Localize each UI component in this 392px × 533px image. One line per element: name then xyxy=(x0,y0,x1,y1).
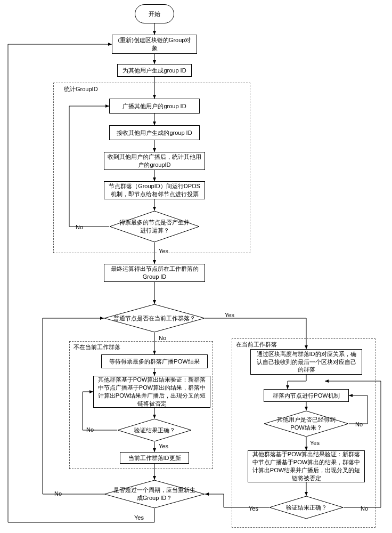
edge-no-mostvotes: No xyxy=(75,224,84,230)
pow-in-group-text: 群落内节点进行POW机制 xyxy=(273,392,339,400)
verify-correct-left-decision: 验证结果正确？ xyxy=(117,418,192,442)
verify-left: 其他群落基于POW算出结果验证：新群落中节点广播基于POW算出的结果，群落中计算… xyxy=(93,376,210,408)
wait-pow-text: 等待得票最多的群落广播POW结果 xyxy=(109,358,199,366)
group-not-in-current-label: 不在当前工作群落 xyxy=(74,343,120,351)
gen-group-id: 为其他用户生成group ID xyxy=(117,64,192,77)
update-group-id: 当前工作群落ID更新 xyxy=(120,452,189,464)
over-period-text: 是否超过一个周期，应当重新生成Group ID？ xyxy=(107,486,202,502)
receive-other: 接收其他用户生成的group ID xyxy=(109,125,200,140)
calc-out: 最终运算得出节点所在工作群落的Group ID xyxy=(104,264,205,282)
most-votes-decision: 得票最多的节点是否产生并进行运算？ xyxy=(109,211,200,243)
verify-correct-right-decision: 验证结果正确？ xyxy=(269,496,344,519)
pow-in-group: 群落内节点进行POW机制 xyxy=(264,389,349,402)
start-node: 开始 xyxy=(135,4,174,23)
edge-no-incurrent: No xyxy=(158,335,167,341)
confirm-block: 通过区块高度与群落ID的对应关系，确认自己接收到的最后一个区块对应自己的群落 xyxy=(250,349,362,375)
verify-right: 其他群落基于POW算出结果验证：新群落中节点广播基于POW算出的结果，群落中计算… xyxy=(248,450,365,482)
edge-yes-incurrent: Yes xyxy=(224,312,235,318)
wait-pow: 等待得票最多的群落广播POW结果 xyxy=(101,354,208,368)
receive-other-text: 接收其他用户生成的group ID xyxy=(117,129,192,137)
edge-no-othersgot: No xyxy=(354,421,364,427)
others-got-pow-text: 其他用户是否已经得到POW结果？ xyxy=(267,416,346,432)
group-in-current-label: 在当前工作群落 xyxy=(236,341,277,349)
others-got-pow-decision: 其他用户是否已经得到POW结果？ xyxy=(264,410,349,437)
broadcast-other-text: 广播其他用户的group ID xyxy=(123,102,186,110)
update-group-id-text: 当前工作群落ID更新 xyxy=(128,454,181,462)
recreate-group-obj-text: (重新)创建区块链的Group对象 xyxy=(116,36,193,52)
edge-yes-mostvotes: Yes xyxy=(158,248,169,254)
verify-right-text: 其他群落基于POW算出结果验证：新群落中节点广播基于POW算出的结果，群落中计算… xyxy=(251,450,361,482)
edge-yes-overperiod: Yes xyxy=(133,514,145,521)
dpos-text: 节点群落（GroupID）间运行DPOS机制，即节点给相邻节点进行投票 xyxy=(108,182,201,198)
edge-no-verifyleft: No xyxy=(85,426,95,433)
after-receive: 收到其他用户的广播后，统计其他用户的groupID xyxy=(104,152,205,170)
in-current-text: 普通节点是否在当前工作群落？ xyxy=(108,314,201,322)
group-stat-groupid-label: 统计GroupID xyxy=(64,85,98,93)
most-votes-text: 得票最多的节点是否产生并进行运算？ xyxy=(112,219,197,235)
edge-yes-verifyleft: Yes xyxy=(158,443,169,449)
verify-correct-right-text: 验证结果正确？ xyxy=(281,504,332,512)
verify-left-text: 其他群落基于POW算出结果验证：新群落中节点广播基于POW算出的结果，群落中计算… xyxy=(97,376,207,407)
in-current-decision: 普通节点是否在当前工作群落？ xyxy=(104,304,205,333)
confirm-block-text: 通过区块高度与群落ID的对应关系，确认自己接收到的最后一个区块对应自己的群落 xyxy=(254,350,358,374)
over-period-decision: 是否超过一个周期，应当重新生成Group ID？ xyxy=(104,480,205,508)
edge-yes-othersgot: Yes xyxy=(309,440,321,446)
edge-yes-verifyright: Yes xyxy=(248,505,259,512)
dpos: 节点群落（GroupID）间运行DPOS机制，即节点给相邻节点进行投票 xyxy=(104,181,205,199)
after-receive-text: 收到其他用户的广播后，统计其他用户的groupID xyxy=(108,153,201,169)
start-text: 开始 xyxy=(149,10,160,18)
edge-no-overperiod: No xyxy=(53,490,63,497)
gen-group-id-text: 为其他用户生成group ID xyxy=(123,67,186,75)
verify-correct-left-text: 验证结果正确？ xyxy=(129,426,181,434)
calc-out-text: 最终运算得出节点所在工作群落的Group ID xyxy=(108,265,201,281)
recreate-group-obj: (重新)创建区块链的Group对象 xyxy=(112,35,197,54)
broadcast-other: 广播其他用户的group ID xyxy=(109,99,200,114)
edge-no-verifyright: No xyxy=(360,505,369,512)
